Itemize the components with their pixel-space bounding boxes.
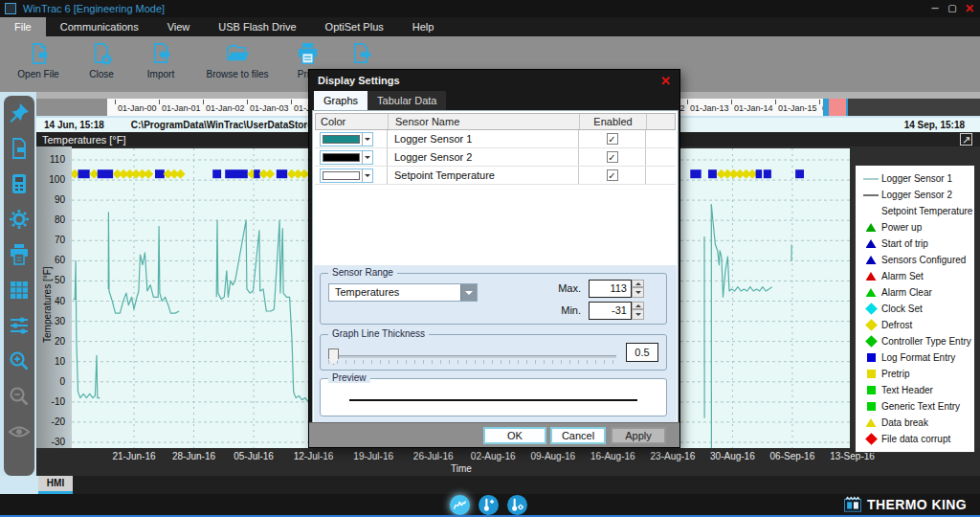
table-row: Logger Sensor 1 ✓ <box>315 130 676 148</box>
file-path: C:\ProgramData\WinTrac\UserDataStore\Sa <box>131 120 327 130</box>
enabled-checkbox[interactable]: ✓ <box>607 151 618 163</box>
dialog-title: Display Settings <box>318 75 400 86</box>
tool-thermo-plus-button[interactable] <box>479 495 499 515</box>
tab-strip: HMI <box>0 476 980 494</box>
y-tick-label: -30 <box>36 437 65 447</box>
timeline-tick <box>819 100 820 104</box>
max-value[interactable]: 113 <box>589 280 632 298</box>
sidebar-eye-button[interactable] <box>8 420 31 443</box>
min-spin-down-button[interactable] <box>632 309 644 320</box>
status-bar: THERMO KING <box>0 494 980 515</box>
sidebar-zoom-in-button[interactable] <box>8 349 31 372</box>
dialog-tabs: GraphsTabular Data <box>309 91 679 110</box>
legend-marker-logger-sensor-2 <box>863 194 879 196</box>
toolbar-button-export[interactable] <box>340 41 382 69</box>
menu-item-file[interactable]: File <box>0 17 46 36</box>
toolbar-button-label: Browse to files <box>206 69 268 79</box>
expand-chart-icon[interactable]: ↗ <box>960 133 972 146</box>
menu-item-optiset-plus[interactable]: OptiSet Plus <box>311 17 398 36</box>
printer-icon <box>8 243 31 266</box>
line-thickness-label: Graph Line Thickness <box>328 328 429 339</box>
slider-track[interactable] <box>328 355 616 358</box>
timeline-handle-left[interactable] <box>823 99 829 116</box>
minimize-button[interactable]: ─ <box>926 0 944 17</box>
timeline-handle-right[interactable] <box>846 99 848 116</box>
menu-item-help[interactable]: Help <box>398 17 449 36</box>
enabled-checkbox[interactable]: ✓ <box>607 169 618 181</box>
legend-label: Controller Type Entry <box>881 336 971 347</box>
sidebar-printer-button[interactable] <box>8 243 31 266</box>
window-close-button[interactable]: ✕ <box>961 0 978 17</box>
color-dropdown[interactable] <box>320 132 373 146</box>
color-dropdown[interactable] <box>320 150 373 165</box>
event-marker-blue <box>764 169 771 178</box>
import-icon <box>148 41 174 67</box>
tab-hmi[interactable]: HMI <box>38 476 73 494</box>
x-tick-label: 16-Aug-16 <box>584 451 641 461</box>
toolbar-button-open-file[interactable]: Open File <box>11 41 65 79</box>
y-tick-label: 10 <box>36 356 65 367</box>
max-spinbox[interactable]: 113 <box>589 280 644 298</box>
brand-name: THERMO KING <box>867 497 967 512</box>
timeline-tick <box>247 100 248 104</box>
menu-item-view[interactable]: View <box>153 17 205 36</box>
max-spin-up-button[interactable] <box>632 280 644 287</box>
min-label: Min. <box>552 302 581 320</box>
event-marker-blue <box>795 169 804 178</box>
maximize-button[interactable]: ▢ <box>944 0 961 17</box>
legend-item: Sensors Configured <box>856 252 974 268</box>
timeline-selection[interactable] <box>829 99 846 116</box>
menu-item-communications[interactable]: Communications <box>46 17 153 36</box>
legend-item: Alarm Set <box>856 268 974 284</box>
legend-label: Start of trip <box>881 238 928 249</box>
legend-marker-setpoint-temperature <box>863 211 879 213</box>
chevron-down-icon <box>362 133 372 146</box>
legend-item: Generic Text Entry <box>856 398 974 415</box>
slider-ticks <box>328 360 616 364</box>
tool-squiggle-button[interactable] <box>450 495 470 515</box>
thickness-value[interactable]: 0.5 <box>626 343 658 362</box>
min-spin-up-button[interactable] <box>632 302 644 309</box>
enabled-checkbox[interactable]: ✓ <box>607 133 618 145</box>
timeline-tick <box>291 100 292 104</box>
toolbar-button-label: Import <box>147 69 174 79</box>
y-tick-label: 110 <box>36 154 65 165</box>
event-marker-blue <box>690 169 701 178</box>
cancel-button[interactable]: Cancel <box>550 427 606 444</box>
legend-item: Start of trip <box>856 236 974 252</box>
toolbar-button-import[interactable]: Import <box>134 41 188 79</box>
event-marker-blue <box>756 169 763 178</box>
legend-marker-clock-set <box>865 303 878 315</box>
sidebar-device-button[interactable] <box>8 172 31 195</box>
ok-button[interactable]: OK <box>483 427 546 444</box>
dialog-tab-tabular-data[interactable]: Tabular Data <box>368 91 446 110</box>
sidebar-grid-button[interactable] <box>8 279 31 302</box>
dialog-close-button[interactable]: ✕ <box>660 74 671 88</box>
legend-marker-defrost <box>865 319 878 331</box>
preview-line-sample <box>349 399 637 401</box>
thickness-slider[interactable] <box>328 348 616 367</box>
sidebar-sliders-button[interactable] <box>8 314 31 337</box>
tool-thermo-gear-button[interactable] <box>507 495 527 515</box>
apply-button[interactable]: Apply <box>611 427 666 444</box>
sidebar-pin-button[interactable] <box>8 101 31 124</box>
y-tick-label: 60 <box>36 255 65 265</box>
y-tick-label: 70 <box>36 235 65 245</box>
toolbar-button-close-file[interactable]: Close <box>75 41 128 79</box>
toolbar-button-browse[interactable]: Browse to files <box>196 41 278 79</box>
color-dropdown[interactable] <box>320 169 373 183</box>
sidebar-zoom-out-button[interactable] <box>8 385 31 408</box>
sidebar-gear-button[interactable] <box>8 208 31 231</box>
dialog-tab-graphs[interactable]: Graphs <box>314 91 368 110</box>
gear-icon <box>8 208 31 231</box>
min-value[interactable]: -31 <box>589 302 632 320</box>
min-spinbox[interactable]: -31 <box>589 302 644 320</box>
menu-item-usb-flash-drive[interactable]: USB Flash Drive <box>204 17 310 36</box>
chevron-down-icon[interactable] <box>460 284 477 301</box>
color-swatch <box>323 135 360 144</box>
sensor-range-select[interactable]: Temperatures <box>328 283 478 302</box>
sidebar-report-button[interactable] <box>8 137 31 160</box>
dialog-titlebar[interactable]: Display Settings ✕ <box>309 70 679 91</box>
max-spin-down-button[interactable] <box>632 287 644 298</box>
legend-item: Text Header <box>856 382 974 398</box>
